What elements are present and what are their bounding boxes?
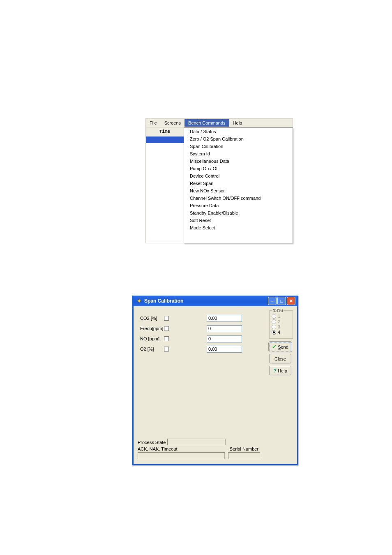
process-state-label: Process State	[138, 440, 166, 445]
check-icon: ✔	[272, 344, 277, 350]
input-co2[interactable]	[207, 315, 242, 322]
menu-area: File Screens Bench Commands Help Time Da…	[145, 118, 293, 243]
dd-reset-span[interactable]: Reset Span	[184, 180, 293, 187]
bench-commands-dropdown: Data / Status Zero / O2 Span Calibration…	[184, 127, 293, 243]
group-legend: 1316	[272, 308, 284, 313]
titlebar[interactable]: ✦ Span Calibration – □ ✕	[134, 296, 297, 306]
minimize-button[interactable]: –	[268, 297, 277, 305]
right-panel: 1316 1 2 3 4 ✔ Send Close	[269, 310, 293, 378]
dialog-body: CO2 [%] Freon[ppm] NO [ppm] O2 [%]	[134, 306, 297, 464]
row-freon: Freon[ppm]	[140, 325, 267, 332]
app-icon: ✦	[136, 298, 143, 304]
time-selected-row[interactable]	[146, 136, 184, 143]
dd-channel-switch[interactable]: Channel Switch ON/OFF command	[184, 194, 293, 202]
radio-4[interactable]: 4	[272, 330, 291, 335]
dd-system-id[interactable]: System Id	[184, 150, 293, 157]
dd-device-control[interactable]: Device Control	[184, 172, 293, 180]
question-icon: ?	[273, 368, 277, 374]
menubar: File Screens Bench Commands Help	[145, 118, 293, 127]
row-no: NO [ppm]	[140, 335, 267, 342]
dd-pressure-data[interactable]: Pressure Data	[184, 202, 293, 209]
ack-row: ACK, NAK, Timeout Serial Number	[138, 446, 267, 459]
dd-mode-select[interactable]: Mode Select	[184, 224, 293, 231]
send-label: Send	[278, 345, 288, 349]
row-o2: O2 [%]	[140, 345, 267, 353]
close-dialog-button[interactable]: Close	[269, 354, 291, 363]
menu-help[interactable]: Help	[229, 119, 246, 127]
help-label: Help	[278, 368, 287, 373]
dd-standby[interactable]: Standby Enable/Disable	[184, 209, 293, 217]
dd-zero-o2-span[interactable]: Zero / O2 Span Calibration	[184, 135, 293, 143]
label-freon: Freon[ppm]	[140, 326, 163, 331]
check-freon[interactable]	[164, 326, 169, 331]
close-label: Close	[274, 356, 286, 361]
group-1316: 1316 1 2 3 4	[269, 310, 293, 339]
dd-misc-data[interactable]: Miscellaneous Data	[184, 157, 293, 165]
ack-box	[138, 452, 225, 459]
input-o2[interactable]	[207, 346, 242, 353]
dd-pump[interactable]: Pump On / Off	[184, 165, 293, 172]
serial-box	[228, 452, 260, 459]
dd-soft-reset[interactable]: Soft Reset	[184, 217, 293, 224]
dd-new-nox[interactable]: New NOx Sensor	[184, 187, 293, 194]
menu-below: Time Data / Status Zero / O2 Span Calibr…	[145, 127, 293, 243]
radio-3: 3	[272, 324, 291, 329]
serial-label: Serial Number	[230, 446, 258, 451]
menu-bench-commands[interactable]: Bench Commands	[184, 119, 229, 127]
form-area: CO2 [%] Freon[ppm] NO [ppm] O2 [%]	[140, 314, 267, 356]
dd-data-status[interactable]: Data / Status	[184, 128, 293, 135]
dd-span-calibration[interactable]: Span Calibration	[184, 143, 293, 150]
check-no[interactable]	[164, 336, 169, 341]
process-state-row: Process State	[138, 439, 267, 445]
row-co2: CO2 [%]	[140, 314, 267, 322]
check-co2[interactable]	[164, 316, 169, 321]
process-state-box	[167, 439, 226, 445]
span-calibration-dialog: ✦ Span Calibration – □ ✕ CO2 [%] Freon[p…	[132, 296, 298, 465]
bottom-area: Process State ACK, NAK, Timeout Serial N…	[138, 439, 267, 459]
label-no: NO [ppm]	[140, 336, 163, 341]
menu-file[interactable]: File	[146, 119, 161, 127]
close-button[interactable]: ✕	[287, 297, 295, 305]
label-co2: CO2 [%]	[140, 316, 163, 321]
radio-1: 1	[272, 314, 291, 319]
input-freon[interactable]	[207, 325, 242, 332]
label-o2: O2 [%]	[140, 347, 163, 352]
maximize-button[interactable]: □	[277, 297, 286, 305]
menu-screens[interactable]: Screens	[161, 119, 184, 127]
serial-wrap: Serial Number	[228, 446, 260, 459]
time-header: Time	[146, 127, 184, 136]
input-no[interactable]	[207, 335, 242, 342]
radio-2: 2	[272, 319, 291, 324]
ack-label: ACK, NAK, Timeout	[138, 446, 225, 451]
dialog-title: Span Calibration	[144, 298, 183, 304]
check-o2[interactable]	[164, 347, 169, 352]
time-column: Time	[145, 127, 184, 243]
help-button[interactable]: ? Help	[269, 366, 291, 375]
send-button[interactable]: ✔ Send	[269, 342, 291, 352]
